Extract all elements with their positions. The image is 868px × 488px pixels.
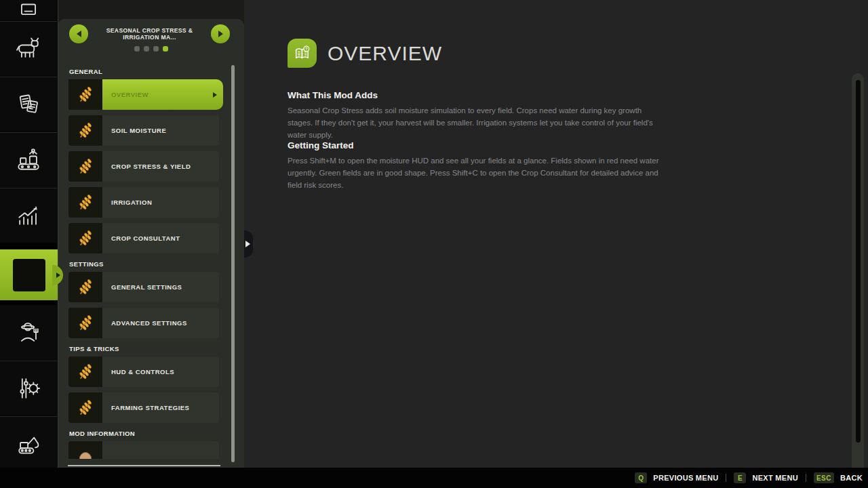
page-header: ? OVERVIEW — [288, 39, 442, 68]
wheat-icon — [68, 308, 102, 338]
page-dot[interactable] — [134, 46, 140, 52]
wheat-icon — [68, 223, 102, 253]
section-heading: Getting Started — [288, 140, 667, 150]
menu-item-hud-controls[interactable]: HUD & CONTROLS — [68, 357, 219, 387]
footer-separator — [726, 474, 726, 482]
production-icon — [14, 145, 43, 175]
rail-item-settings[interactable] — [0, 361, 57, 415]
menu-item-soil-moisture[interactable]: SOIL MOISTURE — [68, 115, 219, 146]
shortcut-label-back: BACK — [840, 474, 863, 482]
key-esc[interactable]: ESC — [814, 472, 834, 483]
page-dot[interactable] — [144, 46, 149, 52]
wheat-icon — [68, 79, 102, 110]
shortcut-back[interactable]: ESC BACK — [814, 472, 863, 483]
content-section-what-this-mod-adds: What This Mod Adds Seasonal Crop Stress … — [288, 90, 667, 141]
cow-icon — [14, 34, 43, 64]
sidebar-zone: SEASONAL CROP STRESS & IRRIGATION MA... … — [58, 0, 244, 468]
page-title: OVERVIEW — [328, 42, 442, 65]
sidebar-scrollbar[interactable] — [231, 65, 235, 462]
wheat-icon — [68, 151, 102, 182]
game-menu-screen: SEASONAL CROP STRESS & IRRIGATION MA... … — [0, 0, 868, 488]
page-dot-active[interactable] — [163, 46, 168, 52]
mod-title: SEASONAL CROP STRESS & IRRIGATION MA... — [93, 24, 206, 43]
rail-item-construction[interactable] — [0, 416, 57, 468]
shortcut-bar: Q PREVIOUS MENU E NEXT MENU ESC BACK — [0, 468, 868, 488]
sidebar-expand-arrow[interactable] — [244, 230, 253, 258]
arrow-left-icon — [77, 30, 81, 37]
wheat-icon — [68, 115, 102, 146]
rail-item-statistics[interactable] — [0, 188, 57, 243]
menu-item-overview[interactable]: OVERVIEW — [68, 79, 223, 110]
sidebar-cut-line — [68, 465, 220, 466]
content-panel: ? OVERVIEW What This Mod Adds Seasonal C… — [244, 0, 868, 468]
content-section-getting-started: Getting Started Press Shift+M to open th… — [288, 140, 667, 191]
screen-icon — [14, 0, 43, 16]
shortcut-label-previous-menu: PREVIOUS MENU — [653, 474, 718, 482]
wheat-icon — [68, 392, 102, 423]
excavator-icon — [14, 428, 43, 458]
section-label-settings: SETTINGS — [69, 260, 219, 268]
menu-item-general-settings[interactable]: GENERAL SETTINGS — [68, 272, 219, 302]
section-label-general: GENERAL — [69, 68, 219, 75]
footer-separator — [806, 474, 806, 482]
menu-item-mod-info-partial[interactable] — [68, 441, 219, 459]
svg-text:?: ? — [305, 47, 308, 51]
section-label-mod-information: MOD INFORMATION — [69, 430, 219, 437]
prev-page-button[interactable] — [69, 24, 88, 43]
shortcut-label-next-menu: NEXT MENU — [752, 474, 797, 482]
rail-item-screen[interactable] — [0, 0, 57, 20]
rail-item-character[interactable] — [0, 305, 57, 360]
page-dots — [58, 46, 244, 52]
statistics-icon — [14, 201, 43, 230]
content-scrollbar-thumb[interactable] — [856, 80, 861, 443]
arrow-right-icon — [218, 30, 223, 37]
key-q[interactable]: Q — [635, 472, 647, 483]
settings-sliders-icon — [14, 373, 43, 403]
section-label-tips-tricks: TIPS & TRICKS — [69, 345, 219, 352]
wheat-icon — [68, 272, 102, 302]
menu-item-farming-strategies[interactable]: FARMING STRATEGIES — [68, 392, 219, 423]
farmer-hat-icon — [68, 441, 102, 459]
menu-item-crop-consultant[interactable]: CROP CONSULTANT — [68, 223, 219, 253]
main-menu-rail — [0, 0, 58, 468]
sidebar-header: SEASONAL CROP STRESS & IRRIGATION MA... — [58, 24, 244, 43]
menu-item-irrigation[interactable]: IRRIGATION — [68, 187, 219, 218]
mod-menu-sidebar: SEASONAL CROP STRESS & IRRIGATION MA... … — [58, 19, 244, 468]
documents-icon — [14, 89, 43, 119]
shortcut-next-menu[interactable]: E NEXT MENU — [734, 472, 797, 483]
wheat-icon — [68, 187, 102, 218]
page-dot[interactable] — [153, 46, 159, 52]
rail-item-production[interactable] — [0, 132, 57, 187]
rail-item-contracts[interactable] — [0, 77, 57, 131]
section-body: Press Shift+M to open the moisture HUD a… — [288, 155, 667, 191]
rail-item-animals[interactable] — [0, 21, 57, 76]
wheat-icon — [68, 357, 102, 387]
farmer-icon — [14, 318, 43, 348]
sidebar-menu: GENERAL OVERVIEW SOIL MOISTURE CROP STRE… — [68, 68, 219, 459]
mod-logo-icon — [13, 259, 45, 291]
section-heading: What This Mod Adds — [288, 90, 667, 100]
shortcut-previous-menu[interactable]: Q PREVIOUS MENU — [635, 472, 718, 483]
next-page-button[interactable] — [211, 24, 230, 43]
section-body: Seasonal Crop Stress adds soil moisture … — [288, 105, 667, 141]
rail-item-mod-active[interactable] — [0, 249, 58, 300]
help-book-icon: ? — [288, 39, 317, 68]
key-e[interactable]: E — [734, 472, 746, 483]
menu-item-crop-stress-yield[interactable]: CROP STRESS & YIELD — [68, 151, 219, 182]
menu-item-advanced-settings[interactable]: ADVANCED SETTINGS — [68, 308, 219, 338]
